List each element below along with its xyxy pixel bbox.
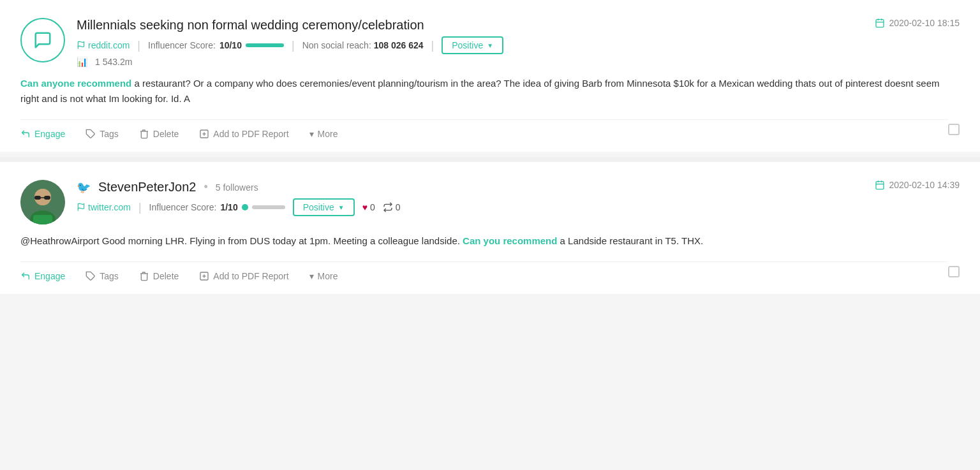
chart-row-1: 📊 1 543.2m [77,57,875,67]
chart-icon-1: 📊 [77,57,87,67]
divider-3: | [431,39,434,52]
post-body-1: Can anyone recommend a restaurant? Or a … [20,76,960,106]
post-title-1: Millennials seeking non formal wedding c… [77,18,424,33]
non-social-1: Non social reach: 108 026 624 [302,40,424,50]
sentiment-arrow-2: ▼ [338,204,345,211]
more-label-2: More [318,271,338,281]
card-header-left-1: Millennials seeking non formal wedding c… [20,18,875,67]
followers-badge-2: 5 followers [216,182,258,193]
svg-rect-16 [33,215,52,224]
source-link-1[interactable]: reddit.com [77,40,130,50]
tags-btn-2[interactable]: Tags [85,271,119,281]
more-arrow-1: ▾ [309,129,314,139]
non-social-value-1: 108 026 624 [374,40,424,50]
dot-separator-2: • [204,180,207,194]
tags-btn-1[interactable]: Tags [85,129,119,139]
body-rest-1: a restaurant? Or a company who does cere… [20,78,940,104]
post-card-2: 🐦 StevenPeterJon2 • 5 followers twitter.… [0,162,980,294]
title-row-1: Millennials seeking non formal wedding c… [77,18,875,33]
highlight-text-2: Can you recommend [463,235,557,246]
avatar-circle-1 [20,18,65,62]
card-header-1: Millennials seeking non formal wedding c… [20,18,960,67]
divider-4: | [138,201,142,214]
source-text-1: reddit.com [88,40,130,50]
card-header-2: 🐦 StevenPeterJon2 • 5 followers twitter.… [20,180,960,224]
reach-number-1: 1 543.2m [95,57,132,67]
tags-label-1: Tags [100,129,119,139]
svg-rect-13 [34,196,41,200]
meta-block-2: 🐦 StevenPeterJon2 • 5 followers twitter.… [77,180,875,216]
delete-label-2: Delete [153,271,179,281]
score-dot-2 [242,204,248,210]
heart-count-2: 0 [370,202,375,212]
delete-label-1: Delete [153,129,179,139]
source-link-2[interactable]: twitter.com [77,202,131,212]
engage-label-1: Engage [34,129,65,139]
score-value-1: 10/10 [219,40,242,50]
timestamp-text-2: 2020-02-10 14:39 [889,180,960,190]
meta-block-1: Millennials seeking non formal wedding c… [77,18,875,67]
svg-rect-18 [876,182,884,189]
twitter-icon-2: 🐦 [77,180,91,195]
sentiment-btn-2[interactable]: Positive ▼ [293,198,355,216]
heart-icon-2: ♥ [362,202,368,212]
add-pdf-btn-2[interactable]: Add to PDF Report [199,271,288,281]
post-body-2: @HeathrowAirport Good morning LHR. Flyin… [20,233,960,249]
tags-label-2: Tags [100,271,119,281]
score-value-2: 1/10 [220,202,237,212]
timestamp-1: 2020-02-10 18:15 [875,18,960,28]
card-header-left-2: 🐦 StevenPeterJon2 • 5 followers twitter.… [20,180,875,224]
author-name-2: StevenPeterJon2 [98,180,196,195]
hearts-stat-2: ♥ 0 [362,202,375,212]
engage-btn-1[interactable]: Engage [20,129,65,139]
meta-row-2: twitter.com | Influencer Score: 1/10 Pos… [77,198,875,216]
delete-btn-1[interactable]: Delete [139,129,179,139]
sentiment-label-2: Positive [303,202,334,212]
add-pdf-btn-1[interactable]: Add to PDF Report [199,129,288,139]
more-btn-2[interactable]: ▾ More [309,271,338,281]
post-card-1: Millennials seeking non formal wedding c… [0,0,980,152]
more-label-1: More [318,129,338,139]
reach-val-1: 1 543.2m [95,57,132,67]
score-bar-1 [246,43,284,47]
more-btn-1[interactable]: ▾ More [309,129,338,139]
meta-row-1: reddit.com | Influencer Score: 10/10 | N… [77,36,875,54]
add-pdf-label-1: Add to PDF Report [213,129,288,139]
timestamp-text-1: 2020-02-10 18:15 [889,18,960,28]
sentiment-btn-1[interactable]: Positive ▼ [442,36,503,54]
engage-label-2: Engage [34,271,65,281]
select-checkbox-1[interactable] [948,124,960,135]
source-text-2: twitter.com [88,202,131,212]
sentiment-arrow-1: ▼ [487,42,493,49]
sentiment-label-1: Positive [452,40,483,50]
highlight-text-1: Can anyone recommend [20,78,131,89]
delete-btn-2[interactable]: Delete [139,271,179,281]
svg-rect-1 [876,20,884,27]
divider-2: | [292,39,295,52]
avatar-photo-2 [20,180,65,224]
body-prefix-2: @HeathrowAirport Good morning LHR. Flyin… [20,235,463,246]
select-checkbox-2[interactable] [948,266,960,277]
actions-2: Engage Tags Delete Add to PDF Report ▾ M… [20,261,948,281]
actions-row-2: Engage Tags Delete Add to PDF Report ▾ M… [20,261,960,281]
engage-btn-2[interactable]: Engage [20,271,65,281]
card-separator [0,157,980,162]
actions-1: Engage Tags Delete Add to PDF Report ▾ M… [20,119,948,139]
retweet-count-2: 0 [396,202,401,212]
retweet-stat-2: 0 [383,202,401,212]
body-suffix-2: a Landside restaurant in T5. THX. [557,235,703,246]
svg-rect-14 [44,196,50,200]
timestamp-2: 2020-02-10 14:39 [875,180,960,190]
divider-1: | [137,39,140,52]
title-row-2: 🐦 StevenPeterJon2 • 5 followers [77,180,875,195]
add-pdf-label-2: Add to PDF Report [213,271,288,281]
actions-row-1: Engage Tags Delete Add to PDF Report ▾ M… [20,119,960,139]
more-arrow-2: ▾ [309,271,314,281]
influencer-score-2: Influencer Score: 1/10 [149,202,285,212]
influencer-score-1: Influencer Score: 10/10 [148,40,284,50]
score-bar-low-2 [252,205,285,209]
